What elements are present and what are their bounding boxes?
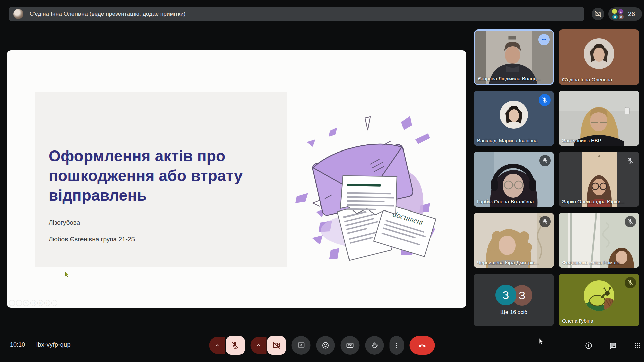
- more-people-label: Ще 16 осіб: [500, 309, 527, 315]
- avatar: [583, 280, 615, 311]
- slide-group: Любов Євгенівна група 21-25: [49, 236, 135, 243]
- mic-off-icon: [542, 157, 548, 164]
- present-screen-icon: [297, 341, 305, 349]
- end-call-button[interactable]: [410, 336, 435, 355]
- meeting-info: 10:10 ibx-vyfp-qup: [10, 341, 71, 348]
- camera-toggle-button[interactable]: [267, 336, 286, 355]
- participants-count-button[interactable]: С З З 26: [608, 7, 642, 21]
- more-vertical-icon: [393, 342, 400, 349]
- tile-zarko[interactable]: Зарко Олександра Юріїв...: [559, 152, 639, 207]
- divider: [31, 342, 31, 348]
- mic-off-icon: [231, 341, 240, 350]
- zoom-in-icon[interactable]: ⊕: [37, 300, 43, 306]
- mic-off-icon: [627, 279, 634, 286]
- participant-name: С'єдіна Інна Олегівна: [562, 77, 612, 82]
- mic-muted-badge: [625, 216, 636, 227]
- more-options-button[interactable]: [390, 336, 404, 355]
- meeting-code: ibx-vyfp-qup: [36, 341, 71, 348]
- tile-options-button[interactable]: [538, 34, 550, 45]
- raise-hand-button[interactable]: [365, 336, 384, 355]
- mic-off-icon: [542, 218, 548, 225]
- overflow-avatars: З З: [495, 285, 532, 306]
- mic-muted-badge: [539, 94, 551, 106]
- chevron-up-icon: [214, 342, 221, 349]
- chat-icon: [609, 342, 617, 350]
- participant-name: Гарбуз Олена Віталіївна: [477, 199, 534, 204]
- captions-icon: [346, 341, 354, 349]
- next-slide-icon[interactable]: ›: [16, 300, 22, 306]
- tile-harbuz[interactable]: Гарбуз Олена Віталіївна: [474, 152, 554, 207]
- mini-avatar: З: [618, 14, 624, 20]
- mini-avatar: [612, 8, 618, 14]
- tile-zastupnyk[interactable]: Заступник з НВР: [559, 90, 639, 146]
- mini-avatar: З: [612, 14, 618, 20]
- presenter-banner: С'єдіна Інна Олегівна (веде презентацію,…: [9, 7, 584, 21]
- mic-muted-badge: [625, 155, 636, 166]
- tile-siedina[interactable]: С'єдіна Інна Олегівна: [559, 29, 639, 85]
- tile-yehorova[interactable]: Єгорова Людмила Волод...: [474, 29, 554, 85]
- presenter-banner-text: С'єдіна Інна Олегівна (веде презентацію,…: [30, 11, 186, 17]
- participant-avatars-cluster: С З З: [612, 8, 625, 20]
- tile-vasiliadi[interactable]: Васіліаді Марина Іванівна: [474, 90, 554, 146]
- participant-name: Васіліаді Марина Іванівна: [477, 138, 538, 143]
- participant-name: Олена Губіна: [562, 318, 593, 324]
- apps-grid-icon: [634, 342, 642, 350]
- tile-more-people[interactable]: З З Ще 16 осіб: [474, 274, 554, 326]
- reactions-button[interactable]: [316, 336, 335, 355]
- mic-off-icon: [627, 218, 634, 225]
- meeting-details-button[interactable]: [581, 338, 597, 354]
- clock: 10:10: [10, 341, 25, 348]
- avatar: [499, 100, 528, 129]
- meeting-panels: [581, 338, 644, 354]
- presentation-mini-toolbar[interactable]: ‹ › ✎ ❐ ⊕ ⊖ ·: [9, 300, 57, 306]
- info-icon: [585, 342, 593, 350]
- chevron-up-icon: [255, 342, 262, 349]
- zoom-out-icon[interactable]: ⊖: [44, 300, 50, 306]
- slide-author: Лізогубова: [49, 219, 80, 226]
- tile-hubina[interactable]: Олена Губіна: [559, 274, 639, 326]
- present-button[interactable]: [292, 336, 311, 355]
- mic-muted-badge: [625, 277, 636, 288]
- participant-name: Заступник з НВР: [562, 138, 601, 143]
- pen-icon[interactable]: ✎: [23, 300, 29, 306]
- mic-muted-badge: [539, 155, 551, 166]
- end-call-icon: [418, 341, 427, 350]
- mouse-cursor: [539, 338, 544, 345]
- copy-icon[interactable]: ❐: [30, 300, 36, 306]
- presenter-avatar: [13, 9, 23, 19]
- chat-button[interactable]: [605, 338, 621, 354]
- slide-title: Оформлення актів про пошкодження або втр…: [49, 146, 270, 205]
- activities-button[interactable]: [630, 338, 644, 354]
- presented-slide: Оформлення актів про пошкодження або втр…: [7, 50, 466, 308]
- mic-muted-badge: [539, 216, 551, 227]
- tile-chernysheva[interactable]: Чернишева Кіра Дмитрів...: [474, 213, 554, 268]
- participant-name: Федоренко Аліса Романі...: [562, 260, 624, 265]
- camera-options-button[interactable]: [251, 337, 267, 354]
- avatar: [583, 38, 615, 69]
- camera-off-icon: [272, 341, 281, 350]
- envelope-illustration: document: [290, 110, 445, 271]
- overflow-avatar: З: [495, 285, 516, 305]
- call-controls: [209, 336, 435, 355]
- prev-slide-icon[interactable]: ‹: [9, 300, 15, 306]
- mic-toggle-button[interactable]: [226, 336, 245, 355]
- grid-off-button[interactable]: [592, 8, 604, 20]
- participant-name: Зарко Олександра Юріїв...: [562, 199, 625, 204]
- participant-name: Чернишева Кіра Дмитрів...: [477, 260, 539, 265]
- tile-fedorenko[interactable]: Федоренко Аліса Романі...: [559, 213, 639, 268]
- mic-control-group: [209, 336, 245, 355]
- smiley-icon: [322, 341, 330, 349]
- mini-avatar: С: [618, 9, 624, 14]
- captions-button[interactable]: [341, 336, 360, 355]
- presenter-cursor: [65, 272, 69, 278]
- grid-off-icon: [594, 10, 602, 18]
- more-horizontal-icon: [541, 36, 547, 43]
- participant-name: Єгорова Людмила Волод...: [478, 76, 541, 81]
- camera-control-group: [251, 336, 286, 355]
- mic-off-icon: [627, 157, 634, 164]
- mic-off-icon: [541, 97, 548, 103]
- hand-icon: [371, 341, 379, 349]
- mic-options-button[interactable]: [209, 337, 225, 354]
- dot-icon[interactable]: ·: [51, 300, 57, 306]
- participants-count: 26: [628, 10, 635, 18]
